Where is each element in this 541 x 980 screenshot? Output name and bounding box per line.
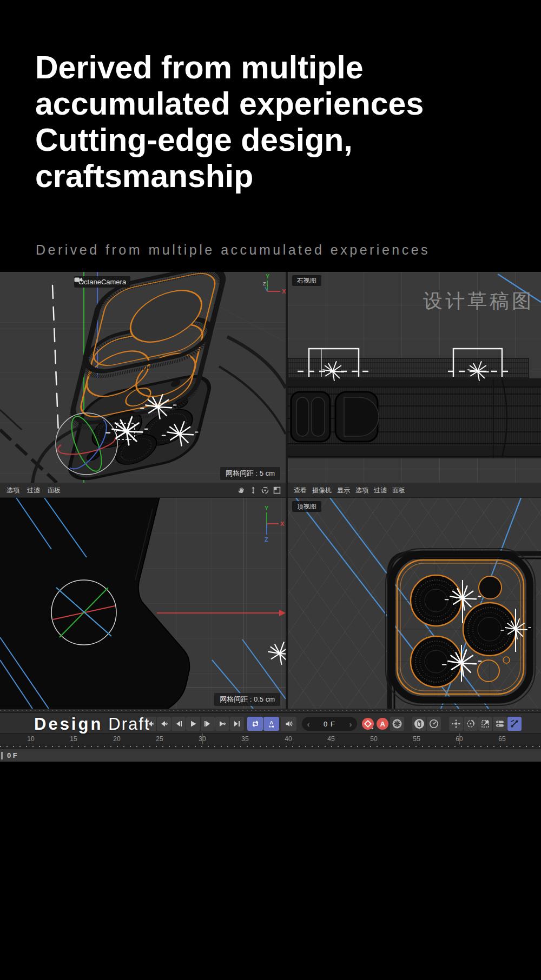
layer-states-button[interactable] (493, 717, 507, 731)
menu-view[interactable]: 查看 (294, 486, 307, 495)
mouse-record-button[interactable] (412, 717, 426, 731)
menu-cameras[interactable]: 摄像机 (312, 486, 332, 495)
camera-label-text: OctaneCamera (78, 278, 126, 286)
dolly-icon[interactable] (249, 486, 258, 495)
watermark-text: 设计草稿图 (423, 288, 534, 315)
previous-frame-button[interactable] (171, 717, 186, 731)
rotate-view-icon[interactable] (261, 486, 269, 495)
move-snap-button[interactable] (449, 717, 463, 731)
overlay-draft: Draft (108, 715, 150, 734)
axis-x-label: X (280, 521, 285, 527)
key-strip-dots (0, 710, 541, 711)
viewport-divider[interactable] (286, 272, 288, 709)
autokey-button[interactable]: A (375, 717, 390, 731)
scale-snap-button[interactable] (478, 717, 492, 731)
menu-panel[interactable]: 面板 (48, 486, 61, 495)
menu-panel[interactable]: 面板 (392, 486, 405, 495)
timeline-ruler[interactable]: 10 15 20 25 30 35 40 45 50 55 60 65 (0, 733, 541, 744)
hero-subtitle: Derived from multiple accumulated experi… (36, 242, 430, 258)
axis-z-label: Z (263, 281, 266, 286)
viewport-nav-icons (237, 486, 286, 495)
viewport-top-view[interactable]: 顶视图 (288, 498, 541, 709)
keying-settings-button[interactable] (390, 717, 404, 731)
ruler-tick: 55 (408, 735, 425, 743)
hero-title-line2: accumulated experiences (35, 86, 424, 122)
view-label[interactable]: 右视图 (292, 275, 321, 286)
previous-key-button[interactable] (157, 717, 171, 731)
next-key-button[interactable] (215, 717, 229, 731)
menu-options[interactable]: 选项 (6, 486, 19, 495)
ruler-tick: 50 (366, 735, 382, 743)
front-view-canvas (0, 498, 286, 709)
viewport-menu-right: 查看 摄像机 显示 选项 过滤 面板 (288, 483, 541, 498)
frame-value: 0 F (315, 720, 344, 728)
viewport-menu-left: 选项 过滤 面板 (0, 483, 286, 498)
ruler-tick: 40 (280, 735, 296, 743)
previous-frame-icon (174, 719, 183, 728)
page: Derived from multiple accumulated experi… (0, 0, 541, 980)
perspective-canvas (0, 272, 286, 483)
tick-strip-dots (0, 746, 541, 747)
status-cursor-mark (1, 752, 3, 759)
loop-playback-button[interactable] (247, 717, 263, 731)
footer-spacer (0, 762, 541, 980)
top-view-canvas (288, 498, 541, 709)
viewport-perspective[interactable]: OctaneCamera Y Z X 网格间距 : 5 cm (0, 272, 286, 483)
frame-decrement-icon[interactable]: ‹ (302, 719, 315, 729)
ruler-tick: 15 (65, 735, 82, 743)
axis-gizmo-perspective: Y Z X (259, 273, 286, 301)
axis-x-label: X (282, 288, 286, 295)
previous-key-icon (160, 719, 168, 728)
camera-icon (74, 276, 83, 283)
record-keyframe-button[interactable] (361, 717, 375, 731)
hero-title-line4: craftsmanship (35, 158, 424, 195)
overlay-design: Design (34, 715, 103, 734)
next-frame-icon (203, 719, 212, 728)
sound-button[interactable] (281, 717, 296, 731)
record-keyframe-icon (361, 717, 374, 730)
frame-stepper[interactable]: ‹ 0 F › (302, 717, 357, 731)
menu-filter[interactable]: 过滤 (374, 486, 387, 495)
menu-filter[interactable]: 过滤 (27, 486, 40, 495)
camera-label[interactable]: OctaneCamera (74, 276, 130, 288)
axis-gizmo-front: Y X Z (253, 504, 285, 543)
ruler-tick: 35 (237, 735, 253, 743)
viewport-right-view[interactable]: 右视图 设计草稿图 (288, 272, 541, 483)
play-button[interactable] (186, 717, 200, 731)
timeline-tick-strip[interactable] (0, 744, 541, 749)
hero-title-line3: Cutting-edge design, (35, 122, 424, 158)
pan-hand-icon[interactable] (237, 486, 246, 495)
svg-text:A: A (269, 720, 273, 725)
rotate-snap-button[interactable] (464, 717, 478, 731)
gear-icon (392, 718, 403, 729)
menu-options[interactable]: 选项 (355, 486, 368, 495)
scale-icon (480, 719, 490, 729)
hero-title-line1: Derived from multiple (35, 50, 424, 86)
grid-spacing-label: 网格间距 : 0.5 cm (214, 693, 280, 706)
maximize-view-icon[interactable] (273, 486, 281, 495)
frame-increment-icon[interactable]: › (344, 719, 357, 729)
loop-icon (251, 719, 260, 728)
ruler-tick: 10 (23, 735, 39, 743)
menu-display[interactable]: 显示 (337, 486, 350, 495)
view-label[interactable]: 顶视图 (292, 501, 321, 512)
timeline-key-strip[interactable] (0, 709, 541, 712)
ruler-tick: 25 (151, 735, 168, 743)
move-icon (451, 719, 461, 729)
viewport-front-view[interactable]: Y X Z 网格间距 : 0.5 cm (0, 498, 286, 709)
design-draft-overlay: DesignDraft (34, 715, 150, 734)
ruler-tick: 45 (323, 735, 339, 743)
next-frame-button[interactable] (201, 717, 215, 731)
status-bar: 0 F (0, 749, 541, 762)
go-to-end-button[interactable] (230, 717, 244, 731)
hero-title: Derived from multiple accumulated experi… (35, 50, 424, 195)
snap-toggle-button[interactable] (507, 717, 522, 731)
autokey-icon: A (376, 717, 389, 730)
sound-icon (285, 719, 293, 728)
timing-gauge-button[interactable] (427, 717, 441, 731)
axis-z-label: Z (265, 536, 268, 543)
autokey-range-icon: A (267, 719, 276, 728)
autokey-range-button[interactable]: A (263, 717, 279, 731)
axis-y-label: Y (266, 273, 270, 279)
grid-spacing-label: 网格间距 : 5 cm (220, 467, 280, 480)
